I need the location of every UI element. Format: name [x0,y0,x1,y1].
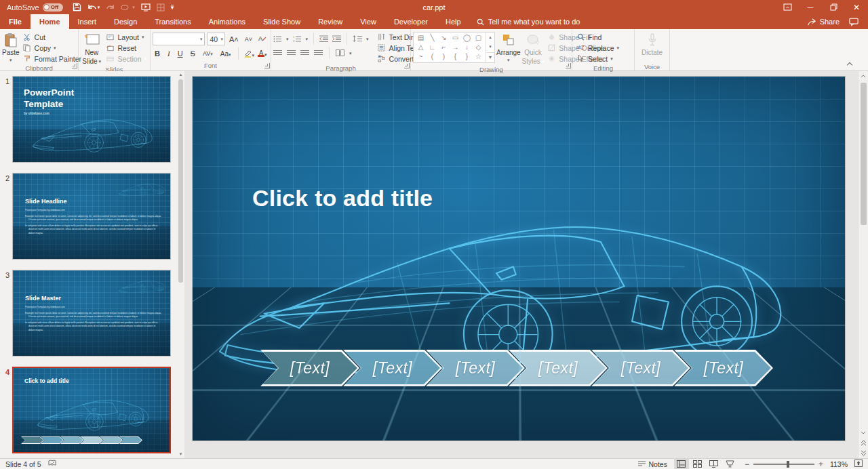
dictate-button[interactable]: Dictate ▾ [637,30,667,62]
justify-button[interactable] [314,50,323,56]
grid-button[interactable] [157,3,165,12]
next-slide-button[interactable] [859,448,868,458]
tell-me-box[interactable]: Tell me what you want to do [477,14,580,29]
decrease-font-size-button[interactable]: A˅ [243,35,254,43]
character-spacing-button[interactable]: AV▾ [201,49,215,58]
change-case-button[interactable]: Aa▾ [218,49,233,58]
clear-formatting-button[interactable]: A [256,34,269,44]
main-vertical-scrollbar[interactable] [858,71,868,458]
fit-slide-to-window-button[interactable] [854,460,863,468]
shape-rounded-rectangle-icon[interactable]: ▢ [473,33,484,43]
ribbon-display-options-button[interactable] [776,0,799,14]
arrange-button[interactable]: Arrange ▾ [496,30,521,62]
slide-thumbnail-1[interactable]: PowerPoint Template by slidebase.com [12,76,171,163]
shape-brace-left-icon[interactable]: { [450,52,461,62]
align-left-button[interactable] [273,50,282,56]
spell-check-icon[interactable] [48,460,56,468]
slide-sorter-view-button[interactable] [690,459,705,469]
slide-thumbnail-2[interactable]: Slide Headline Powerpoint Template by sl… [12,173,171,260]
tab-animations[interactable]: Animations [200,14,254,29]
align-right-button[interactable] [300,50,309,56]
font-name-combobox[interactable]: ▾ [153,33,205,45]
increase-font-size-button[interactable]: A˄ [227,35,241,44]
increase-indent-button[interactable] [332,33,341,45]
notes-button[interactable]: Notes [638,460,667,468]
tab-review[interactable]: Review [309,14,351,29]
share-button[interactable]: Share [807,18,840,26]
font-color-button[interactable]: A▾ [258,50,267,57]
copy-button[interactable]: Copy▾ [21,43,83,53]
thumbnail-panel-scrollbar[interactable]: ▲ ▼ [177,71,184,458]
start-from-beginning-button[interactable] [141,3,151,12]
tab-file[interactable]: File [0,14,31,29]
zoom-level[interactable]: 113% [830,460,848,468]
shape-arc-left-icon[interactable]: ( [427,52,438,62]
shapes-gallery[interactable]: ▤ ╲ ↘ ▭ ◯ ▢ △ ∟ ⌐ → ↓ ◇ ~ ( ) [413,32,495,63]
save-button[interactable] [73,3,81,12]
shape-brace-right-icon[interactable]: } [461,52,473,62]
align-center-button[interactable] [287,50,296,56]
slideshow-view-button[interactable] [723,459,738,469]
columns-button[interactable] [336,47,344,59]
reset-button[interactable]: Reset [104,43,148,53]
underline-button[interactable]: U [176,49,185,58]
chevron-shape-1[interactable]: [Text] [260,350,359,386]
tab-slide-show[interactable]: Slide Show [254,14,309,29]
close-button[interactable]: ✕ [845,0,868,14]
comments-icon[interactable] [849,18,859,26]
shape-triangle-icon[interactable]: △ [415,43,427,52]
zoom-out-button[interactable]: − [745,460,749,469]
slide-indicator[interactable]: Slide 4 of 5 [5,460,41,468]
slide-thumbnail-3[interactable]: Slide Master Powerpoint Template by slid… [12,270,171,356]
redo-button[interactable] [106,3,115,12]
scroll-up-arrow[interactable]: ▲ [177,71,184,79]
scroll-up-arrow[interactable] [859,71,868,81]
tab-insert[interactable]: Insert [69,14,106,29]
replace-button[interactable]: abReplace▾ [574,43,620,53]
tab-view[interactable]: View [351,14,385,29]
shapes-scroll-up[interactable]: ▴ [486,33,494,42]
slide-thumbnail-4-selected[interactable]: Click to add title [12,367,171,453]
autosave-toggle[interactable]: AutoSave Off [7,3,63,12]
numbering-button[interactable]: 12 [293,33,302,45]
paragraph-dialog-launcher[interactable] [404,63,410,68]
minimize-button[interactable]: ─ [799,0,822,14]
normal-view-button[interactable] [674,459,689,469]
shape-oval-icon[interactable]: ◯ [461,33,473,43]
shape-line-icon[interactable]: ╲ [427,33,438,43]
font-dialog-launcher[interactable] [264,63,270,68]
paste-button[interactable]: Paste ▾ [2,30,20,62]
scroll-down-arrow[interactable]: ▼ [177,451,184,458]
shapes-scroll-down[interactable]: ▾ [486,42,494,52]
zoom-slider-thumb[interactable] [787,461,789,468]
tab-help[interactable]: Help [437,14,470,29]
tab-design[interactable]: Design [105,14,146,29]
reading-view-button[interactable] [707,459,722,469]
shape-text-box-icon[interactable]: ▤ [415,33,427,43]
bullets-button[interactable] [273,33,282,45]
drawing-dialog-launcher[interactable] [566,63,571,68]
shapes-gallery-more[interactable]: ▼ [486,52,494,62]
zoom-in-button[interactable]: + [818,460,823,469]
section-button[interactable]: Section▾ [104,54,148,64]
shape-arrow-icon[interactable]: ↘ [438,33,450,43]
shape-arc-right-icon[interactable]: ) [438,52,450,62]
scrollbar-thumb[interactable] [178,79,183,283]
restore-button[interactable] [822,0,845,14]
tab-transitions[interactable]: Transitions [146,14,199,29]
format-painter-button[interactable]: Format Painter [21,54,83,64]
line-spacing-button[interactable] [353,33,362,45]
slide-canvas[interactable]: Click to add title [Text] [Text] [Text] … [193,77,845,441]
shape-down-arrow-icon[interactable]: ↓ [461,43,473,52]
shape-elbow-icon[interactable]: ∟ [427,43,438,52]
clipboard-dialog-launcher[interactable] [72,63,77,68]
layout-button[interactable]: Layout▾ [104,32,148,42]
strikethrough-button[interactable]: S [189,49,197,58]
scrollbar-thumb[interactable] [861,83,867,225]
zoom-slider[interactable] [753,464,814,465]
previous-slide-button[interactable] [859,438,868,448]
autosave-switch[interactable]: Off [43,3,63,12]
decrease-indent-button[interactable] [319,33,328,45]
shape-diamond-icon[interactable]: ◇ [473,43,484,52]
tab-home[interactable]: Home [31,14,69,29]
